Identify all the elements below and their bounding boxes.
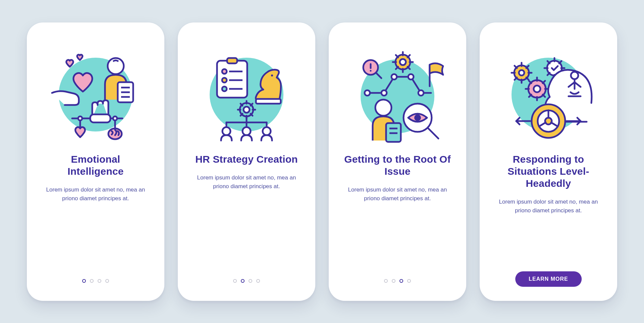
svg-point-26 bbox=[244, 107, 250, 113]
pagination-dots bbox=[27, 279, 164, 283]
dot-4[interactable] bbox=[105, 279, 109, 283]
onboarding-stage: Emotional Intelligence Lorem ipsum dolor… bbox=[27, 22, 617, 301]
svg-point-59 bbox=[534, 86, 540, 92]
onboarding-screen-2: HR Strategy Creation Lorem ipsum dolor s… bbox=[178, 22, 315, 301]
screen-title: Emotional Intelligence bbox=[42, 153, 150, 177]
hr-strategy-icon bbox=[196, 43, 297, 143]
svg-point-33 bbox=[243, 127, 251, 135]
screen-body: Lorem ipsum dolor sit amet no, mea an pr… bbox=[495, 198, 602, 215]
root-issue-icon bbox=[347, 43, 448, 143]
svg-point-37 bbox=[381, 90, 387, 96]
dot-1[interactable] bbox=[384, 279, 388, 283]
dot-2[interactable] bbox=[241, 279, 245, 283]
svg-point-54 bbox=[414, 114, 421, 121]
dot-3[interactable] bbox=[98, 279, 101, 283]
onboarding-screen-4: Responding to Situations Level-Headedly … bbox=[480, 22, 617, 301]
svg-point-34 bbox=[263, 127, 271, 135]
dot-2[interactable] bbox=[90, 279, 94, 283]
dot-2[interactable] bbox=[392, 279, 395, 283]
svg-point-61 bbox=[571, 72, 578, 79]
svg-point-40 bbox=[418, 90, 424, 96]
svg-point-36 bbox=[365, 90, 370, 96]
screen-title: Responding to Situations Level-Headedly bbox=[494, 153, 602, 190]
emotional-intelligence-icon bbox=[45, 43, 146, 143]
screen-body: Lorem ipsum dolor sit amet no, mea an pr… bbox=[344, 185, 451, 203]
svg-point-64 bbox=[545, 118, 552, 124]
svg-point-32 bbox=[222, 127, 230, 135]
dot-1[interactable] bbox=[82, 279, 86, 283]
dot-3[interactable] bbox=[249, 279, 252, 283]
svg-rect-13 bbox=[90, 114, 110, 122]
screen-title: HR Strategy Creation bbox=[195, 153, 298, 165]
svg-rect-23 bbox=[256, 99, 281, 104]
dot-1[interactable] bbox=[233, 279, 237, 283]
screen-body: Lorem ipsum dolor sit amet no, mea an pr… bbox=[42, 185, 149, 203]
dot-3[interactable] bbox=[399, 279, 403, 283]
svg-point-24 bbox=[271, 74, 273, 76]
screen-body: Lorem ipsum dolor sit amet no, mea an pr… bbox=[193, 173, 300, 191]
learn-more-button[interactable]: LEARN MORE bbox=[515, 271, 582, 287]
dot-4[interactable] bbox=[407, 279, 411, 283]
dot-4[interactable] bbox=[256, 279, 260, 283]
svg-point-46 bbox=[400, 59, 406, 65]
svg-point-39 bbox=[408, 74, 414, 79]
svg-point-38 bbox=[391, 74, 397, 79]
svg-line-53 bbox=[428, 128, 438, 139]
pagination-dots bbox=[329, 279, 466, 283]
svg-point-44 bbox=[370, 70, 372, 71]
svg-point-19 bbox=[222, 87, 227, 91]
onboarding-screen-3: Getting to the Root Of Issue Lorem ipsum… bbox=[329, 22, 466, 301]
svg-point-17 bbox=[222, 69, 227, 74]
onboarding-screen-1: Emotional Intelligence Lorem ipsum dolor… bbox=[27, 22, 164, 301]
level-headed-icon bbox=[498, 43, 599, 143]
svg-point-18 bbox=[222, 78, 227, 83]
screen-title: Getting to the Root Of Issue bbox=[343, 153, 451, 177]
svg-point-48 bbox=[375, 100, 391, 116]
svg-rect-16 bbox=[227, 58, 237, 63]
svg-point-57 bbox=[519, 70, 524, 75]
pagination-dots bbox=[178, 279, 315, 283]
